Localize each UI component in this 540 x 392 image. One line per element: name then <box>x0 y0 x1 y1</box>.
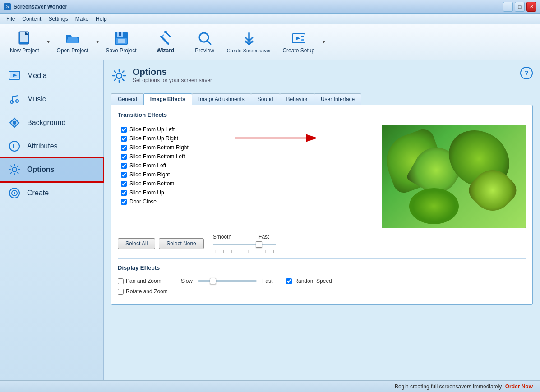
speed-slider[interactable] <box>213 241 276 248</box>
create-setup-button[interactable]: Create Setup <box>277 28 320 56</box>
pan-zoom-slider[interactable] <box>198 277 257 285</box>
svg-rect-19 <box>301 39 304 41</box>
tab-user-interface[interactable]: User Interface <box>314 93 361 105</box>
select-none-button[interactable]: Select None <box>159 238 203 249</box>
rotate-zoom-checkbox[interactable] <box>118 289 124 295</box>
effects-list-container: Slide From Up Left Slide From Up Right S… <box>118 125 374 228</box>
sidebar-item-background[interactable]: Background <box>0 111 103 134</box>
minimize-button[interactable]: ─ <box>503 2 513 12</box>
window-controls: ─ □ ✕ <box>503 2 536 12</box>
close-button[interactable]: ✕ <box>526 2 536 12</box>
tab-image-adjustments[interactable]: Image Adjustments <box>192 93 251 105</box>
effect-checkbox-8[interactable] <box>121 199 127 205</box>
sidebar-item-attributes[interactable]: i Attributes <box>0 134 103 158</box>
effect-checkbox-5[interactable] <box>121 172 127 178</box>
effect-checkbox-1[interactable] <box>121 136 127 142</box>
effect-door-close[interactable]: Door Close <box>118 197 374 206</box>
effect-checkbox-2[interactable] <box>121 145 127 151</box>
options-text: Options Set options for your screen save… <box>133 67 212 83</box>
open-project-button[interactable]: Open Project <box>51 28 94 56</box>
pan-zoom-label[interactable]: Pan and Zoom <box>118 278 172 284</box>
effect-label-5: Slide From Right <box>129 171 170 178</box>
effect-checkbox-6[interactable] <box>121 181 127 187</box>
preview-button[interactable]: Preview <box>189 28 221 56</box>
effects-list[interactable]: Slide From Up Left Slide From Up Right S… <box>118 125 374 228</box>
select-all-button[interactable]: Select All <box>118 238 155 249</box>
speed-slider-track <box>213 244 276 245</box>
effect-slide-bottom[interactable]: Slide From Bottom <box>118 179 374 188</box>
random-speed-label[interactable]: Random Speed <box>286 278 340 284</box>
effect-slide-left[interactable]: Slide From Left <box>118 161 374 170</box>
random-speed-checkbox[interactable] <box>286 278 292 284</box>
new-project-label: New Project <box>10 47 39 54</box>
effect-slide-bottom-right[interactable]: Slide From Bottom Right <box>118 143 374 152</box>
options-subtitle: Set options for your screen saver <box>133 77 212 83</box>
rotate-zoom-label[interactable]: Rotate and Zoom <box>118 288 172 295</box>
app-title: Screensaver Wonder <box>14 4 503 10</box>
wizard-button[interactable]: Wizard <box>150 28 181 56</box>
effect-slide-bottom-left[interactable]: Slide From Bottom Left <box>118 152 374 161</box>
preview-icon <box>197 30 213 46</box>
new-project-arrow[interactable]: ▼ <box>46 40 51 44</box>
transition-layout: Slide From Up Left Slide From Up Right S… <box>118 125 526 228</box>
save-project-button[interactable]: Save Project <box>101 28 142 56</box>
speed-slider-thumb[interactable] <box>256 241 262 248</box>
effect-label-4: Slide From Left <box>129 162 166 169</box>
create-label: Create <box>27 189 49 197</box>
order-now-link[interactable]: Order Now <box>505 383 533 390</box>
create-screensaver-icon <box>241 30 257 46</box>
maximize-button[interactable]: □ <box>515 2 525 12</box>
new-project-button[interactable]: New Project <box>5 28 45 56</box>
status-bar: Begin creating full screensavers immedia… <box>0 380 540 392</box>
effect-slide-up[interactable]: Slide From Up <box>118 188 374 197</box>
sidebar-item-music[interactable]: Music <box>0 88 103 111</box>
background-icon <box>7 115 22 130</box>
svg-point-31 <box>14 192 15 194</box>
effect-slide-up-right[interactable]: Slide From Up Right <box>118 134 374 143</box>
effect-checkbox-0[interactable] <box>121 127 127 133</box>
main-layout: Media Music Background <box>0 60 540 380</box>
effect-checkbox-3[interactable] <box>121 154 127 160</box>
options-header: Options Set options for your screen save… <box>111 67 533 87</box>
tab-sound[interactable]: Sound <box>251 93 280 105</box>
create-icon <box>7 186 22 200</box>
menu-settings[interactable]: Settings <box>45 15 71 23</box>
effect-checkbox-7[interactable] <box>121 190 127 196</box>
svg-rect-18 <box>301 36 304 37</box>
smooth-label: Smooth <box>213 234 231 240</box>
help-button[interactable]: ? <box>520 67 533 79</box>
svg-point-10 <box>164 31 167 33</box>
create-setup-arrow[interactable]: ▼ <box>322 40 326 44</box>
svg-line-11 <box>162 35 164 37</box>
pan-zoom-checkbox[interactable] <box>118 278 124 284</box>
tab-general[interactable]: General <box>111 93 144 105</box>
sidebar-item-create[interactable]: Create <box>0 181 103 205</box>
options-label: Options <box>27 166 54 174</box>
speed-labels: Smooth Fast <box>213 234 276 240</box>
effect-label-2: Slide From Bottom Right <box>129 144 189 151</box>
create-screensaver-button[interactable]: Create Screensaver <box>222 28 277 56</box>
tab-behavior[interactable]: Behavior <box>280 93 314 105</box>
open-project-arrow[interactable]: ▼ <box>96 40 100 44</box>
slow-label: Slow <box>181 278 193 284</box>
sidebar-item-options[interactable]: Options <box>0 157 105 183</box>
effect-slide-right[interactable]: Slide From Right <box>118 170 374 179</box>
tab-image-effects[interactable]: Image Effects <box>143 93 192 105</box>
pan-zoom-slider-thumb[interactable] <box>210 278 216 284</box>
sidebar-item-media[interactable]: Media <box>0 64 103 88</box>
menu-make[interactable]: Make <box>72 15 92 23</box>
leaf5 <box>409 188 459 224</box>
pan-zoom-text: Pan and Zoom <box>126 278 162 284</box>
effect-checkbox-4[interactable] <box>121 163 127 169</box>
menu-file[interactable]: File <box>3 15 18 23</box>
rotate-zoom-text: Rotate and Zoom <box>126 288 168 295</box>
menu-help[interactable]: Help <box>92 15 111 23</box>
menu-content[interactable]: Content <box>18 15 45 23</box>
app-icon: S <box>4 3 11 10</box>
media-label: Media <box>27 72 47 80</box>
effect-label-6: Slide From Bottom <box>129 180 174 187</box>
effect-label-3: Slide From Bottom Left <box>129 153 185 160</box>
fast-label2: Fast <box>262 278 272 284</box>
effect-slide-up-left[interactable]: Slide From Up Left <box>118 125 374 134</box>
sidebar: Media Music Background <box>0 60 104 380</box>
